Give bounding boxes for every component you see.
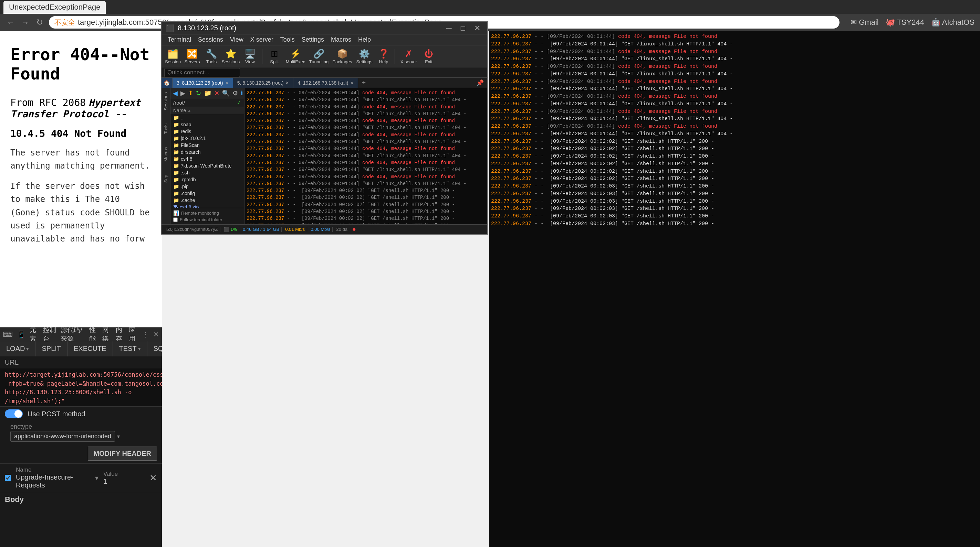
url-display[interactable]: http://target.yijinglab.com:50756/consol… bbox=[0, 368, 162, 406]
toolbar-xserver[interactable]: ✗ X server bbox=[398, 47, 419, 66]
devtools-close[interactable]: ✕ bbox=[153, 330, 159, 339]
fm-delete-btn[interactable]: ✕ bbox=[213, 89, 220, 97]
toolbar-tunneling[interactable]: 🔗 Tunneling bbox=[308, 47, 330, 66]
bookmark-aichatos[interactable]: 🤖 AIchatOS bbox=[931, 18, 975, 27]
tab-memory[interactable]: 内存 bbox=[116, 325, 125, 343]
tab-elements[interactable]: 元素 bbox=[30, 325, 39, 343]
maximize-button[interactable]: □ bbox=[458, 24, 468, 33]
file-item-rpmdb[interactable]: 📁 .rpmdb bbox=[170, 176, 244, 183]
fm-settings-btn[interactable]: ⚙ bbox=[231, 89, 239, 97]
session-tab-5[interactable]: 5. 8.130.123.25 (root) ✕ bbox=[233, 78, 294, 88]
file-item-cs48zip[interactable]: 🗜 cs4.8.zip bbox=[170, 204, 244, 208]
menu-terminal[interactable]: Terminal bbox=[164, 35, 194, 44]
toolbar-exit[interactable]: ⏻ Exit bbox=[421, 47, 436, 66]
fm-forward-btn[interactable]: ▶ bbox=[180, 89, 186, 97]
tab-network[interactable]: 网络 bbox=[102, 325, 111, 343]
test-button[interactable]: TEST▾ bbox=[113, 341, 147, 357]
menu-sessions[interactable]: Sessions bbox=[194, 35, 227, 44]
toolbar-tools[interactable]: 🔧 Tools bbox=[203, 47, 220, 66]
session-tab-4[interactable]: 4. 192.168.79.138 (kali) ✕ bbox=[293, 78, 358, 88]
enctype-value[interactable]: application/x-www-form-urlencoded bbox=[10, 431, 115, 442]
devtools-more[interactable]: ⋮ bbox=[142, 330, 149, 339]
status-close-btn[interactable]: ● bbox=[352, 226, 356, 233]
load-button[interactable]: LOAD▾ bbox=[0, 341, 35, 357]
file-item-dirsearch[interactable]: 📁 dirsearch bbox=[170, 149, 244, 155]
file-item-snap[interactable]: 📁 snap bbox=[170, 121, 244, 128]
modify-header-button[interactable]: MODIFY HEADER bbox=[88, 447, 157, 461]
tab-performance[interactable]: 性能 bbox=[89, 325, 99, 343]
remote-monitoring-item[interactable]: 📊 Remote monitoring bbox=[173, 209, 241, 216]
split-button[interactable]: SPLIT bbox=[35, 341, 67, 357]
post-toggle[interactable] bbox=[5, 409, 23, 419]
fm-up-btn[interactable]: ⬆ bbox=[187, 89, 194, 97]
sidebar-macros-label[interactable]: Macros bbox=[163, 145, 169, 164]
file-item-config-label: .config bbox=[181, 190, 195, 196]
header-row: Name Upgrade-Insecure-Requests ▾ Value 1… bbox=[0, 463, 162, 492]
menu-view[interactable]: View bbox=[227, 35, 247, 44]
toolbar-view[interactable]: 🖥️ View bbox=[241, 47, 259, 66]
file-item-7kbscan[interactable]: 📁 7kbscan-WebPathBrute bbox=[170, 162, 244, 169]
toolbar-session[interactable]: 🗂️ Session bbox=[164, 47, 181, 66]
close-header-button[interactable]: ✕ bbox=[150, 473, 157, 484]
file-item-cache[interactable]: 📁 .cache bbox=[170, 197, 244, 204]
sqli-button[interactable]: SQLI▾ bbox=[147, 341, 162, 357]
file-item-ssh[interactable]: 📁 .ssh bbox=[170, 169, 244, 176]
file-item-pip[interactable]: 📁 .pip bbox=[170, 183, 244, 190]
fm-back-btn[interactable]: ◀ bbox=[172, 89, 179, 97]
pin-tab-button[interactable]: 📌 bbox=[473, 79, 487, 87]
toolbar-sessions2[interactable]: ⭐ Sessions bbox=[222, 47, 239, 66]
toolbar-packages[interactable]: 📦 Packages bbox=[332, 47, 353, 66]
close-button[interactable]: ✕ bbox=[471, 24, 483, 33]
enctype-arrow[interactable]: ▾ bbox=[117, 433, 120, 440]
minimize-button[interactable]: ─ bbox=[444, 24, 455, 33]
session-tab-3[interactable]: 3. 8.130.123.25 (root) ✕ bbox=[172, 78, 233, 88]
fm-folder-btn[interactable]: 📁 bbox=[203, 89, 212, 97]
back-button[interactable]: ← bbox=[5, 17, 16, 27]
forward-button[interactable]: → bbox=[20, 17, 30, 27]
reload-button[interactable]: ↻ bbox=[35, 17, 45, 27]
file-col-sort[interactable]: ▲ bbox=[187, 108, 191, 113]
file-item-config[interactable]: 📁 .config bbox=[170, 190, 244, 197]
file-item-filescan[interactable]: 📁 FileScan bbox=[170, 142, 244, 149]
header-dropdown-arrow[interactable]: ▾ bbox=[95, 474, 99, 482]
large-log-area[interactable]: 222.77.96.237 - - [09/Feb/2024 00:01:44]… bbox=[489, 31, 980, 547]
fm-search-btn[interactable]: 🔍 bbox=[221, 89, 231, 97]
tab-app[interactable]: 应用 bbox=[129, 325, 138, 343]
add-tab-button[interactable]: + bbox=[358, 79, 369, 87]
follow-terminal-item[interactable]: Follow terminal folder bbox=[173, 216, 241, 223]
header-checkbox[interactable] bbox=[5, 475, 11, 481]
execute-button[interactable]: EXECUTE bbox=[67, 341, 113, 357]
file-item-parent[interactable]: 📁 .. bbox=[170, 114, 244, 121]
toolbar-servers[interactable]: 🔀 Servers bbox=[183, 47, 201, 66]
tab-source[interactable]: 源代码/来源 bbox=[60, 325, 85, 343]
menu-help[interactable]: Help bbox=[355, 35, 374, 44]
toolbar-multiexec[interactable]: ⚡ MultiExec bbox=[285, 47, 306, 66]
file-item-jdk[interactable]: 📁 jdk-18.0.2.1 bbox=[170, 135, 244, 142]
session-tab-3-close[interactable]: ✕ bbox=[225, 81, 229, 85]
fm-info-btn[interactable]: ℹ bbox=[240, 89, 244, 97]
file-item-cs48[interactable]: 📁 cs4.8 bbox=[170, 155, 244, 162]
quick-connect-input[interactable] bbox=[164, 68, 240, 77]
terminal-output[interactable]: 222.77.96.237 - - 09/Feb/2024 00:01:44] … bbox=[245, 88, 487, 224]
toolbar-help[interactable]: ❓ Help bbox=[376, 47, 391, 66]
toolbar-settings[interactable]: ⚙️ Settings bbox=[355, 47, 374, 66]
menu-xserver[interactable]: X server bbox=[247, 35, 277, 44]
sidebar-tools-label[interactable]: Tools bbox=[163, 121, 169, 136]
tab-console[interactable]: 控制台 bbox=[43, 325, 57, 343]
session-tab-4-close[interactable]: ✕ bbox=[350, 81, 354, 85]
menu-settings[interactable]: Settings bbox=[298, 35, 328, 44]
menu-tools[interactable]: Tools bbox=[277, 35, 298, 44]
follow-terminal-checkbox[interactable] bbox=[173, 217, 178, 222]
fm-refresh-btn[interactable]: ↻ bbox=[195, 89, 202, 97]
file-item-redis[interactable]: 📁 redis bbox=[170, 128, 244, 135]
bookmark-tsy244[interactable]: 🐙 TSY244 bbox=[886, 18, 924, 27]
folder-icon-cs48: 📁 bbox=[173, 156, 179, 162]
tab-home[interactable]: 🏠 bbox=[162, 78, 172, 88]
bookmark-gmail[interactable]: ✉ Gmail bbox=[851, 18, 879, 27]
browser-tab[interactable]: UnexpectedExceptionPage bbox=[3, 1, 106, 14]
toolbar-split[interactable]: ⊞ Split bbox=[266, 47, 283, 66]
menu-macros[interactable]: Macros bbox=[328, 35, 355, 44]
sidebar-sep-label[interactable]: Sep bbox=[163, 173, 169, 185]
sidebar-sessions-label[interactable]: Sessions bbox=[163, 90, 169, 113]
session-tab-5-close[interactable]: ✕ bbox=[285, 81, 289, 85]
